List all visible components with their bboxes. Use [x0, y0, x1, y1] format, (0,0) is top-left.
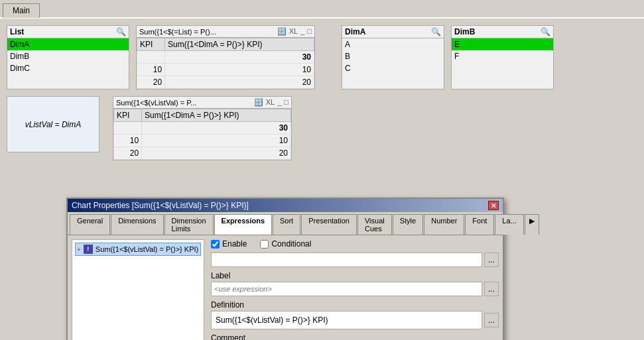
- panels-row-2: vListVal = DimA Sum({1<$(vListVal) = P..…: [7, 96, 637, 160]
- definition-ellipsis-button[interactable]: ...: [484, 313, 499, 327]
- table1-bold-value: 30: [165, 51, 314, 64]
- conditional-checkbox[interactable]: [260, 240, 269, 249]
- panels-row-1: List 🔍 DimA DimB DimC Sum({1<$(=List) = …: [7, 25, 637, 89]
- dimb-header: DimB 🔍: [452, 26, 553, 38]
- list-item-dima[interactable]: DimA: [7, 38, 129, 50]
- table1-row2-c2: 20: [165, 76, 314, 89]
- table2-icon-minimize[interactable]: _: [277, 98, 281, 107]
- modal-tab-sort[interactable]: Sort: [273, 214, 300, 235]
- list-item-dimc[interactable]: DimC: [7, 62, 129, 74]
- dima-title: DimA: [345, 27, 365, 36]
- conditional-checkbox-group: Conditional: [260, 239, 311, 249]
- comment-field-group: Comment: [211, 333, 499, 340]
- modal-tab-general[interactable]: General: [70, 214, 110, 235]
- table-icon-xl[interactable]: XL: [289, 27, 298, 36]
- dima-item-a[interactable]: A: [342, 38, 444, 50]
- modal-tab-la[interactable]: La...: [495, 214, 523, 235]
- table1-col2-header: Sum({1<DimA = P()>} KPI): [165, 38, 314, 51]
- table2-row1-c2: 10: [142, 135, 291, 147]
- definition-field-group: Definition Sum({1<$(vListVal) = P()>} KP…: [211, 300, 499, 329]
- modal-tab-style[interactable]: Style: [393, 214, 423, 235]
- expr-props-panel: Enable Conditional ... Labe: [211, 239, 499, 340]
- table2-icon-close[interactable]: □: [284, 98, 289, 107]
- dimb-item-f[interactable]: F: [452, 50, 553, 62]
- modal-tab-expressions[interactable]: Expressions: [214, 214, 272, 235]
- modal-title: Chart Properties [Sum({1<$(vListVal) = P…: [72, 201, 249, 210]
- table2-icon-a[interactable]: 🔡: [254, 98, 263, 107]
- label-input-row: ...: [211, 282, 499, 296]
- label-field-label: Label: [211, 271, 499, 280]
- table-panel-1-header: Sum({1<$(=List) = P()... 🔡 XL _ □: [137, 26, 314, 38]
- table-icon-minimize[interactable]: _: [300, 27, 304, 36]
- conditional-input-row: ...: [211, 253, 499, 267]
- comment-label: Comment: [211, 333, 499, 340]
- table1-bold-cell: [137, 51, 165, 64]
- modal-tab-presentation[interactable]: Presentation: [301, 214, 357, 235]
- table-panel-2-icons: 🔡 XL _ □: [254, 98, 289, 107]
- modal-tab-number[interactable]: Number: [424, 214, 464, 235]
- table-1-inner: KPI Sum({1<DimA = P()>} KPI) 30 10 10: [137, 38, 314, 89]
- expr-list-panel: + f Sum({1<$(vListVal) = P()>} KPI): [72, 239, 204, 340]
- label-ellipsis-button[interactable]: ...: [484, 282, 499, 296]
- dima-header: DimA 🔍: [342, 26, 444, 38]
- enable-checkbox-group: Enable: [211, 239, 247, 249]
- table-icon-close[interactable]: □: [307, 27, 312, 36]
- definition-label: Definition: [211, 300, 499, 310]
- table2-col2-header: Sum({1<DimA = P()>} KPI): [142, 109, 291, 122]
- dima-item-c[interactable]: C: [342, 62, 444, 74]
- list-item-dimb[interactable]: DimB: [7, 50, 129, 62]
- definition-box: Sum({1<$(vListVal) = P()>} KPI): [211, 311, 482, 329]
- table-panel-1-icons: 🔡 XL _ □: [277, 27, 312, 36]
- expr-type-icon: f: [84, 245, 93, 254]
- vlistval-panel: vListVal = DimA: [7, 96, 99, 152]
- modal-tab-dimensions[interactable]: Dimensions: [111, 214, 163, 235]
- table1-col1-header: KPI: [137, 38, 165, 51]
- modal-tab-font[interactable]: Font: [465, 214, 494, 235]
- list-panel-header: List 🔍: [7, 26, 129, 38]
- conditional-label: Conditional: [271, 239, 311, 249]
- tab-main[interactable]: Main: [3, 3, 40, 18]
- table-2-inner: KPI Sum({1<DimA = P()>} KPI) 30 10 10: [113, 109, 291, 160]
- expr-list-label: Sum({1<$(vListVal) = P()>} KPI): [96, 245, 198, 253]
- dima-item-b[interactable]: B: [342, 50, 444, 62]
- tab-strip: Main: [0, 0, 644, 19]
- definition-value: Sum({1<$(vListVal) = P()>} KPI): [216, 315, 328, 325]
- modal-titlebar: Chart Properties [Sum({1<$(vListVal) = P…: [68, 199, 503, 212]
- table1-row2-c1: 20: [137, 76, 165, 89]
- conditional-input[interactable]: [211, 253, 482, 267]
- expr-list-item[interactable]: + f Sum({1<$(vListVal) = P()>} KPI): [75, 243, 201, 256]
- list-search-icon[interactable]: 🔍: [116, 27, 126, 36]
- modal-tabs: General Dimensions Dimension Limits Expr…: [68, 212, 503, 235]
- table-panel-2-title: Sum({1<$(vListVal) = P...: [116, 99, 196, 107]
- conditional-ellipsis-button[interactable]: ...: [484, 253, 499, 267]
- table-icon-a[interactable]: 🔡: [277, 27, 287, 36]
- content-area: List 🔍 DimA DimB DimC Sum({1<$(=List) = …: [0, 19, 644, 340]
- modal-body: + f Sum({1<$(vListVal) = P()>} KPI) Enab…: [68, 235, 503, 340]
- modal-tab-visual-cues[interactable]: Visual Cues: [357, 214, 392, 235]
- vlistval-label: vListVal = DimA: [25, 120, 82, 129]
- label-field-group: Label ...: [211, 271, 499, 296]
- modal-dialog: Chart Properties [Sum({1<$(vListVal) = P…: [66, 198, 504, 340]
- dima-search-icon[interactable]: 🔍: [431, 27, 441, 36]
- main-container: Main List 🔍 DimA DimB DimC: [0, 0, 644, 340]
- spacer-1: [322, 25, 335, 89]
- definition-input-row: Sum({1<$(vListVal) = P()>} KPI) ...: [211, 311, 499, 329]
- dimb-item-e[interactable]: E: [452, 38, 553, 50]
- table2-col1-header: KPI: [114, 109, 142, 122]
- enable-row: Enable Conditional: [211, 239, 499, 249]
- table1-row1-c2: 10: [165, 64, 314, 76]
- expand-icon: +: [77, 246, 81, 253]
- table2-icon-xl[interactable]: XL: [266, 98, 275, 107]
- list-panel-title: List: [10, 27, 24, 36]
- table-panel-1-title: Sum({1<$(=List) = P()...: [139, 28, 216, 36]
- enable-checkbox[interactable]: [211, 240, 220, 249]
- modal-tab-dimension-limits[interactable]: Dimension Limits: [164, 214, 214, 235]
- dimb-panel: DimB 🔍 E F: [451, 25, 554, 89]
- modal-close-button[interactable]: ✕: [488, 201, 499, 210]
- label-input[interactable]: [211, 282, 482, 296]
- table2-row1-c1: 10: [114, 135, 142, 147]
- table2-bold-value: 30: [142, 122, 291, 135]
- dimb-search-icon[interactable]: 🔍: [541, 27, 550, 36]
- modal-tab-arrow-right[interactable]: ▶: [525, 214, 539, 235]
- dimb-title: DimB: [454, 27, 475, 36]
